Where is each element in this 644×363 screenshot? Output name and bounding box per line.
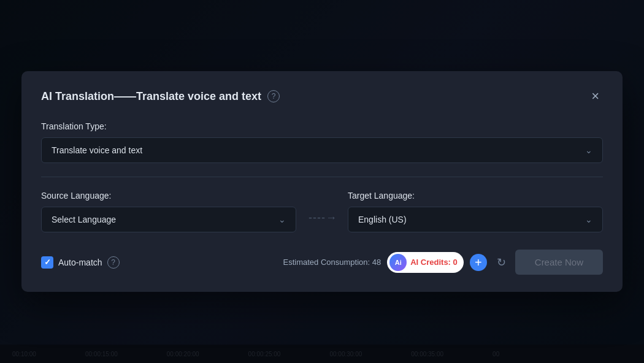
auto-match-checkbox[interactable] [41, 256, 53, 269]
section-divider [41, 177, 603, 177]
modal-backdrop: AI Translation——Translate voice and text… [0, 0, 644, 363]
modal-title: AI Translation——Translate voice and text [41, 90, 261, 103]
ai-credits-label: AI Credits: 0 [410, 258, 458, 267]
modal-container: AI Translation——Translate voice and text… [21, 71, 623, 292]
auto-match-label: Auto-match [58, 258, 102, 267]
target-language-label: Target Language: [348, 191, 603, 201]
consumption-row: Estimated Consumption: 48 Ai AI Credits:… [283, 252, 510, 273]
help-icon[interactable]: ? [267, 90, 280, 102]
translation-type-dropdown[interactable]: Translate voice and text ⌄ [41, 137, 603, 163]
chevron-down-icon: ⌄ [585, 215, 592, 224]
auto-match-help-icon[interactable]: ? [107, 256, 120, 269]
bottom-section: Auto-match ? Estimated Consumption: 48 A… [41, 250, 603, 275]
ai-credits-badge: Ai AI Credits: 0 [387, 252, 464, 273]
modal-header: AI Translation——Translate voice and text… [41, 88, 603, 104]
target-language-dropdown[interactable]: English (US) ⌄ [348, 207, 603, 232]
consumption-text: Estimated Consumption: 48 [283, 258, 381, 267]
language-row: Source Language: Select Language ⌄ - - -… [41, 191, 603, 232]
chevron-down-icon: ⌄ [585, 145, 592, 155]
create-now-button[interactable]: Create Now [515, 250, 603, 275]
refresh-button[interactable]: ↻ [493, 254, 510, 271]
source-language-label: Source Language: [41, 191, 296, 201]
ai-icon: Ai [389, 254, 407, 271]
close-button[interactable]: × [588, 88, 603, 104]
right-actions: Estimated Consumption: 48 Ai AI Credits:… [283, 250, 603, 275]
add-credits-button[interactable]: + [470, 254, 487, 271]
source-language-col: Source Language: Select Language ⌄ [41, 191, 296, 232]
chevron-down-icon: ⌄ [278, 215, 286, 224]
modal-title-row: AI Translation——Translate voice and text… [41, 90, 280, 103]
arrow-connector: - - - - → [309, 212, 335, 224]
translation-type-label: Translation Type: [41, 121, 603, 131]
source-language-dropdown[interactable]: Select Language ⌄ [41, 207, 296, 232]
target-language-value: English (US) [358, 215, 407, 224]
translation-type-value: Translate voice and text [52, 145, 142, 155]
target-language-col: Target Language: English (US) ⌄ [348, 191, 603, 232]
translation-type-section: Translation Type: Translate voice and te… [41, 121, 603, 163]
auto-match-row: Auto-match ? [41, 256, 120, 269]
source-language-value: Select Language [52, 215, 116, 224]
